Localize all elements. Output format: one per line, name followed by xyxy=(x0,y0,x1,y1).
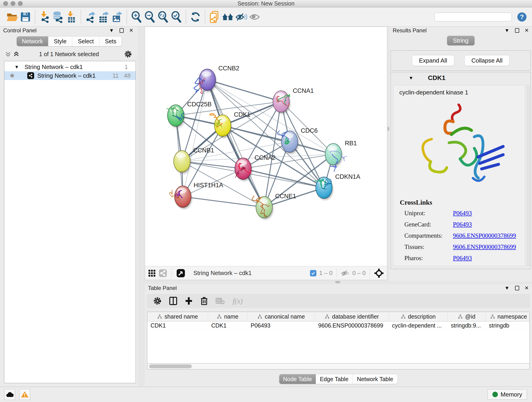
network-edge[interactable] xyxy=(183,197,264,207)
show-columns-icon[interactable] xyxy=(169,297,177,305)
column-header-database-identifier[interactable]: database identifier xyxy=(315,312,389,321)
table-cell[interactable]: stringdb:9... xyxy=(448,322,486,330)
panel-collapse-icon[interactable]: ▼ xyxy=(505,286,510,291)
window-zoom-button[interactable] xyxy=(18,1,23,6)
panel-float-icon[interactable] xyxy=(120,28,124,33)
vertical-splitter-handle[interactable] xyxy=(387,127,389,131)
column-header-description[interactable]: description xyxy=(389,312,448,321)
table-cell[interactable]: 9606.ENSP00000378699 xyxy=(315,322,389,330)
selected-checkbox-icon[interactable] xyxy=(310,270,317,276)
tab-string[interactable]: String xyxy=(447,36,475,45)
table-cell[interactable]: CDK1 xyxy=(208,322,247,330)
results-scrollbar[interactable] xyxy=(527,85,530,266)
card-caret-icon[interactable]: ▼ xyxy=(409,75,413,81)
network-node-CCNE1[interactable] xyxy=(252,196,273,220)
panel-close-icon[interactable]: ✕ xyxy=(129,28,133,33)
panel-close-icon[interactable]: ✕ xyxy=(525,28,529,33)
search-input[interactable] xyxy=(439,13,511,20)
tab-network-table[interactable]: Network Table xyxy=(353,374,398,384)
column-header--id[interactable]: @id xyxy=(448,312,486,321)
tree-caret-icon[interactable]: ▼ xyxy=(14,64,19,70)
network-node-CCNB2[interactable] xyxy=(194,69,216,94)
crosslink-link[interactable]: P06493 xyxy=(453,210,472,217)
tab-edge-table[interactable]: Edge Table xyxy=(316,374,353,384)
open-session-button[interactable] xyxy=(6,10,19,24)
zoom-selected-button[interactable] xyxy=(170,10,183,24)
column-header-shared-name[interactable]: shared name xyxy=(147,312,208,321)
warnings-button[interactable] xyxy=(19,389,30,400)
panel-collapse-icon[interactable]: ▼ xyxy=(109,28,114,33)
column-header-namespace[interactable]: namespace xyxy=(486,312,530,321)
crosslink-link[interactable]: 9606.ENSP00000378699 xyxy=(453,232,516,239)
table-cell[interactable]: cyclin-dependent ... xyxy=(389,322,448,330)
network-share-icon[interactable] xyxy=(159,269,167,277)
zoom-fit-button[interactable] xyxy=(156,10,170,24)
column-header-canonical-name[interactable]: canonical name xyxy=(247,312,315,321)
table-cell[interactable]: P06493 xyxy=(247,322,315,330)
protein-card-header[interactable]: ▼ CDK1 xyxy=(391,72,531,84)
export-table-button[interactable] xyxy=(97,10,110,24)
network-canvas[interactable]: CCNB2CCNA1CDC25BCDK1CDC6RB1CCNB1CCNA2CDK… xyxy=(145,27,387,266)
network-row-selected[interactable]: String Network – cdk1 11 48 xyxy=(4,71,136,80)
crosslink-link[interactable]: P06493 xyxy=(453,221,472,228)
panel-float-icon[interactable] xyxy=(515,28,519,33)
hide-selected-button[interactable] xyxy=(234,10,248,24)
apply-layout-button[interactable] xyxy=(189,10,202,24)
network-edge[interactable] xyxy=(207,80,281,102)
network-node-CCNB1[interactable] xyxy=(174,151,191,174)
tab-select[interactable]: Select xyxy=(72,36,100,46)
import-table-from-file-button[interactable] xyxy=(65,10,78,24)
tab-node-table[interactable]: Node Table xyxy=(279,374,316,384)
network-node-HIST1H1A[interactable] xyxy=(170,186,192,209)
tab-network[interactable]: Network xyxy=(17,36,48,46)
birdseye-toggle-icon[interactable] xyxy=(177,269,185,278)
help-button[interactable]: ? xyxy=(517,12,526,22)
delete-column-trash-icon[interactable] xyxy=(201,297,208,305)
gear-icon[interactable] xyxy=(124,50,132,58)
collapse-all-icon[interactable] xyxy=(5,51,11,57)
toolbar-search[interactable] xyxy=(434,13,512,21)
home-view-button[interactable] xyxy=(221,10,234,24)
network-node-CCNA2[interactable] xyxy=(235,158,252,181)
horizontal-splitter-handle[interactable] xyxy=(335,281,340,283)
save-session-button[interactable] xyxy=(19,10,32,24)
table-cell[interactable]: CDK1 xyxy=(147,322,208,330)
zoom-out-button[interactable] xyxy=(143,10,156,24)
export-network-button[interactable] xyxy=(84,10,97,24)
tab-sets[interactable]: Sets xyxy=(100,36,122,46)
table-horizontal-scrollbar[interactable] xyxy=(147,364,530,370)
tab-style[interactable]: Style xyxy=(48,36,72,46)
window-close-button[interactable] xyxy=(3,1,8,6)
expand-all-button[interactable]: Expand All xyxy=(412,55,454,66)
scrollbar-thumb[interactable] xyxy=(149,364,192,368)
zoom-in-button[interactable] xyxy=(130,10,143,24)
table-settings-gear-icon[interactable] xyxy=(153,297,162,305)
cloud-status-button[interactable] xyxy=(4,389,15,400)
column-header-name[interactable]: name xyxy=(208,312,247,321)
network-edge[interactable] xyxy=(182,161,243,169)
panel-collapse-icon[interactable]: ▼ xyxy=(505,28,510,33)
memory-button[interactable]: Memory xyxy=(488,389,527,400)
import-network-from-file-button[interactable] xyxy=(38,10,51,24)
network-node-CDKN1A[interactable] xyxy=(315,177,333,200)
crosslink-link[interactable]: 9606.ENSP00000378699 xyxy=(453,243,516,250)
import-network-from-database-button[interactable] xyxy=(51,10,65,24)
panel-float-icon[interactable] xyxy=(515,286,519,290)
export-image-button[interactable] xyxy=(110,10,124,24)
collapse-all-button[interactable]: Collapse All xyxy=(464,55,510,66)
add-column-icon[interactable] xyxy=(185,297,193,305)
expand-all-icon[interactable] xyxy=(13,51,19,57)
network-node-RB1[interactable] xyxy=(325,143,347,172)
grid-view-icon[interactable] xyxy=(148,269,156,277)
show-all-button[interactable] xyxy=(248,10,261,24)
duplicate-network-button[interactable] xyxy=(208,10,221,24)
network-node-CDC6[interactable] xyxy=(278,130,299,154)
crosslink-link[interactable]: P06493 xyxy=(453,255,472,262)
center-view-icon[interactable] xyxy=(374,268,384,278)
table-cell[interactable]: stringdb xyxy=(486,322,530,330)
window-minimize-button[interactable] xyxy=(11,1,15,6)
network-collection-row[interactable]: ▼ String Network – cdk1 1 xyxy=(4,63,136,71)
network-node-CCNA1[interactable] xyxy=(273,91,290,114)
panel-close-icon[interactable]: ✕ xyxy=(525,286,529,291)
network-edge[interactable] xyxy=(183,80,207,197)
